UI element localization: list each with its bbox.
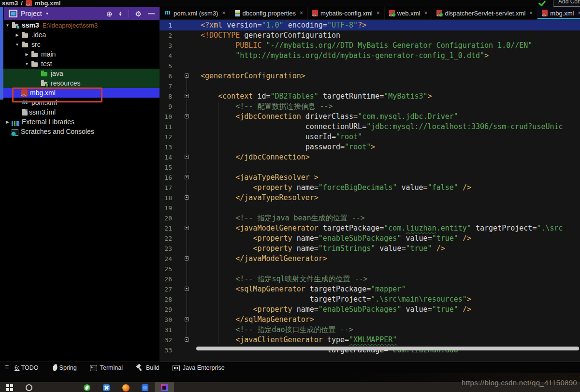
close-icon[interactable]: × xyxy=(300,10,303,16)
fold-open-icon[interactable] xyxy=(185,175,189,179)
close-icon[interactable]: × xyxy=(222,10,225,16)
fold-gutter xyxy=(172,91,196,102)
taskbar-item-appx[interactable] xyxy=(97,382,116,392)
editor-line[interactable]: 16 <javaTypeResolver > xyxy=(160,173,580,183)
appx-icon xyxy=(103,384,110,391)
tree-item-main[interactable]: ▶main xyxy=(0,49,160,59)
close-icon[interactable]: × xyxy=(377,10,380,16)
close-icon[interactable]: × xyxy=(424,10,427,16)
fold-open-icon[interactable] xyxy=(185,226,189,230)
tree-expand-arrow[interactable]: ▼ xyxy=(4,23,11,28)
code-editor[interactable]: 1<?xml version="1.0" encoding="UTF-8"?>2… xyxy=(160,19,580,362)
fold-open-icon[interactable] xyxy=(185,94,189,98)
editor-line[interactable]: 12 userId="root" xyxy=(160,132,580,142)
horizontal-scrollbar[interactable] xyxy=(196,347,579,350)
editor-line[interactable]: 8 <context id="DB2Tables" targetRuntime=… xyxy=(160,91,580,102)
fold-close-icon[interactable] xyxy=(185,317,189,321)
editor-line[interactable]: 3 PUBLIC "-//mybatis.org//DTD MyBatis Ge… xyxy=(160,41,580,51)
editor-line[interactable]: 4 "http://mybatis.org/dtd/mybatis-genera… xyxy=(160,51,580,61)
toolwindow-button-build[interactable]: Build xyxy=(136,364,160,371)
editor-line[interactable]: 19 xyxy=(160,203,580,213)
taskbar-item-task-view[interactable] xyxy=(39,382,58,392)
editor-line[interactable]: 2<!DOCTYPE generatorConfiguration xyxy=(160,30,580,41)
tab-mbg-xml[interactable]: mbg.xml× xyxy=(537,7,580,19)
editor-line[interactable]: 24 </javaModelGenerator> xyxy=(160,254,580,264)
toolwindow-button-spring[interactable]: Spring xyxy=(52,364,77,371)
fold-close-icon[interactable] xyxy=(185,256,189,261)
taskbar-item-firefox[interactable] xyxy=(116,382,135,392)
fold-open-icon[interactable] xyxy=(185,73,189,78)
tree-item--idea[interactable]: ▶.idea xyxy=(0,30,160,40)
editor-line[interactable]: 23 <property name="trimStrings" value="t… xyxy=(160,244,580,254)
editor-line[interactable]: 11 connectionURL="jdbc:mysql://localhost… xyxy=(160,122,580,132)
tree-item-scratches-and-consoles[interactable]: Scratches and Consoles xyxy=(0,127,160,136)
tree-item-src[interactable]: ▼src xyxy=(0,40,160,49)
editor-line[interactable]: 22 <property name="enableSubPackages" va… xyxy=(160,233,580,244)
taskbar-item-start[interactable] xyxy=(0,382,19,392)
editor-line[interactable]: 31 <!-- 指定dao接口生成的位置 --> xyxy=(160,325,580,335)
tab-pom-xml-ssm3-[interactable]: pom.xml (ssm3)× xyxy=(160,7,230,19)
taskbar-item-appblue[interactable] xyxy=(135,382,155,392)
toolwindow-button-terminal[interactable]: Terminal xyxy=(90,364,123,371)
tab-dispatcherservlet-servlet-xml[interactable]: dispatcherServlet-servlet.xml× xyxy=(432,7,537,19)
tree-expand-arrow[interactable]: ▶ xyxy=(4,120,11,124)
breadcrumb-file[interactable]: mbg.xml xyxy=(35,0,60,7)
editor-line[interactable]: 5 xyxy=(160,61,580,71)
tab-dbconfig-properties[interactable]: dbconfig.properties× xyxy=(230,7,308,19)
collapse-all-icon[interactable]: ▲▼ xyxy=(119,11,122,16)
editor-line[interactable]: 27 <sqlMapGenerator targetPackage="mappe… xyxy=(160,284,580,294)
tree-item-resources[interactable]: resources xyxy=(0,78,160,88)
fold-gutter xyxy=(172,315,196,325)
editor-line[interactable]: 28 targetProject=".\src\main\resources"> xyxy=(160,294,580,305)
editor-line[interactable]: 14 </jdbcConnection> xyxy=(160,152,580,162)
tab-web-xml[interactable]: web.xml× xyxy=(385,7,433,19)
taskbar-item-spring[interactable] xyxy=(77,382,97,392)
editor-line[interactable]: 15 xyxy=(160,162,580,173)
locate-icon[interactable]: ⊕ xyxy=(106,10,113,17)
chevron-down-icon[interactable]: ▼ xyxy=(45,12,49,16)
tree-expand-arrow[interactable]: ▶ xyxy=(14,33,21,37)
tab-mybatis-config-xml[interactable]: mybatis-config.xml× xyxy=(308,7,385,19)
taskbar-item-idea[interactable] xyxy=(155,382,174,392)
editor-line[interactable]: 21 <javaModelGenerator targetPackage="co… xyxy=(160,223,580,233)
taskbar-item-edge[interactable] xyxy=(58,382,77,392)
editor-line[interactable]: 1<?xml version="1.0" encoding="UTF-8"?> xyxy=(160,20,580,30)
editor-line[interactable]: 32 <javaClientGenerator type="XMLMAPPER" xyxy=(160,335,580,345)
tree-expand-arrow[interactable]: ▼ xyxy=(23,62,30,66)
close-icon[interactable]: × xyxy=(529,10,533,16)
editor-line[interactable]: 10 <jdbcConnection driverClass="com.mysq… xyxy=(160,112,580,122)
settings-gear-icon[interactable]: ⚙ xyxy=(135,10,142,17)
editor-line[interactable]: 13 password="root"> xyxy=(160,142,580,152)
tree-item-external-libraries[interactable]: ▶External Libraries xyxy=(0,117,160,127)
hide-panel-icon[interactable]: — xyxy=(148,10,155,17)
tree-item-ssm3[interactable]: ▼ssm3E:\ideaproject\ssm3 xyxy=(0,20,160,30)
editor-line[interactable]: 20 <!-- 指定java bean生成的位置 --> xyxy=(160,213,580,223)
editor-line[interactable]: 7 xyxy=(160,81,580,91)
editor-line[interactable]: 29 <property name="enableSubPackages" va… xyxy=(160,305,580,315)
tab-label: dispatcherServlet-servlet.xml xyxy=(445,10,525,17)
editor-line[interactable]: 9 <!-- 配置数据连接信息 --> xyxy=(160,102,580,112)
fold-open-icon[interactable] xyxy=(185,114,189,118)
breadcrumb-project[interactable]: ssm3 xyxy=(2,0,18,7)
editor-line[interactable]: 17 <property name="forceBigDecimals" val… xyxy=(160,183,580,193)
tree-item-java[interactable]: java xyxy=(0,69,160,78)
tree-item-test[interactable]: ▼test xyxy=(0,59,160,69)
toolwindow-button-6-todo[interactable]: 6: TODO xyxy=(4,364,39,371)
fold-close-icon[interactable] xyxy=(185,195,189,200)
editor-line[interactable]: 6<generatorConfiguration> xyxy=(160,71,580,81)
project-panel-title[interactable]: Project xyxy=(21,10,42,17)
close-icon[interactable]: × xyxy=(578,10,580,16)
tree-expand-arrow[interactable]: ▶ xyxy=(23,52,30,57)
fold-open-icon[interactable] xyxy=(185,337,189,342)
toolwindow-button-java-enterprise[interactable]: Java Enterprise xyxy=(173,364,225,371)
add-configuration-button[interactable]: Add Conf xyxy=(553,0,580,7)
editor-line[interactable]: 30 </sqlMapGenerator> xyxy=(160,315,580,325)
editor-line[interactable]: 25 xyxy=(160,264,580,274)
fold-open-icon[interactable] xyxy=(185,287,189,291)
editor-line[interactable]: 26 <!-- 指定sql映射文件生成的位置 --> xyxy=(160,274,580,284)
fold-close-icon[interactable] xyxy=(185,155,189,159)
taskbar-item-search[interactable] xyxy=(19,382,39,392)
tree-item-ssm3-iml[interactable]: ssm3.iml xyxy=(0,107,160,117)
editor-line[interactable]: 18 </javaTypeResolver> xyxy=(160,193,580,203)
tree-expand-arrow[interactable]: ▼ xyxy=(14,43,21,47)
